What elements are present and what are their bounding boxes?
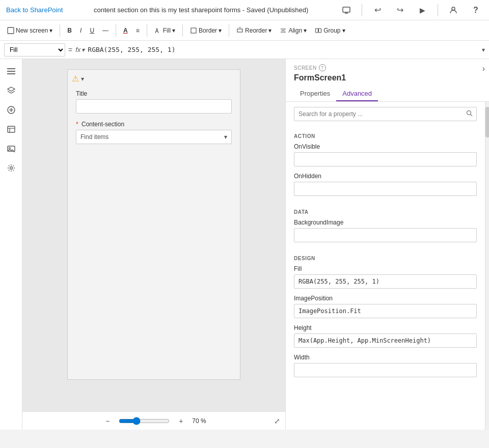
canvas-area: ⚠ ▾ Title * Content-section Find items ▾… [22,59,285,430]
fill-input[interactable] [294,274,477,289]
property-search-input[interactable] [294,107,477,121]
zoom-minus-btn[interactable]: − [101,415,114,427]
panel-screen-label: SCREEN ? [294,64,481,71]
tab-properties[interactable]: Properties [294,87,336,101]
back-to-sharepoint-link[interactable]: Back to SharePoint [6,6,63,14]
formula-chevron: ▾ [482,46,485,53]
expand-btn[interactable]: ⤢ [274,417,280,425]
fill-label: Fill [294,265,477,272]
panel-tabs: Properties Advanced [294,87,481,101]
imageposition-input[interactable] [294,304,477,318]
app-title: content section on this is my test share… [67,6,335,14]
panel-collapse-btn[interactable]: › [482,64,485,73]
sidebar-layers-icon[interactable] [3,82,19,99]
sidebar-menu-icon[interactable] [3,63,19,79]
onvisible-label: OnVisible [294,143,477,150]
backgroundimage-input[interactable] [294,228,477,242]
canvas-frame[interactable]: ⚠ ▾ Title * Content-section Find items ▾ [67,69,240,380]
right-panel-scrollbar[interactable] [485,102,489,430]
top-bar: Back to SharePoint content section on th… [0,0,489,20]
formula-bar: Fill = fx ▾ ▾ [0,41,489,59]
backgroundimage-label: BackgroundImage [294,219,477,226]
italic-btn[interactable]: I [77,25,85,36]
panel-scroll-content: ACTION OnVisible OnHidden DATA Backgroun… [286,102,485,430]
tab-advanced[interactable]: Advanced [336,87,378,101]
svg-point-1 [452,7,455,10]
sep5 [229,24,229,37]
width-input[interactable] [294,363,477,377]
user-btn[interactable] [446,3,460,17]
sep3 [147,24,147,37]
sidebar-media-icon[interactable] [3,141,19,157]
section-data-label: DATA [294,209,477,215]
fill-chevron: ▾ [172,27,175,34]
group-chevron: ▾ [342,27,345,34]
toolbar: New screen ▾ B I U — A ≡ Fill ▾ Border ▾… [0,20,489,41]
formula-input[interactable] [88,43,479,57]
panel-header: SCREEN ? FormScreen1 Properties Advanced… [286,59,489,102]
property-select[interactable]: Fill [4,43,65,57]
reorder-btn[interactable]: Reorder ▾ [233,25,275,36]
underline-btn[interactable]: U [87,25,97,36]
equals-sign: = [68,46,72,54]
svg-rect-3 [191,28,196,33]
undo-btn[interactable]: ↩ [370,3,385,17]
new-screen-btn[interactable]: New screen ▾ [4,25,56,36]
new-screen-label: New screen [16,27,48,34]
width-label: Width [294,354,477,361]
svg-rect-9 [319,29,321,33]
monitor-icon-btn[interactable] [339,3,354,17]
strikethrough-btn[interactable]: — [99,25,112,36]
zoom-level: 70 % [192,417,206,425]
dropdown-arrow-icon: ▾ [224,133,227,141]
onvisible-input[interactable] [294,152,477,166]
content-section-label: * Content-section [76,121,232,128]
fill-btn[interactable]: Fill ▾ [151,25,178,36]
zoom-slider[interactable] [119,417,170,425]
sidebar-settings-icon[interactable] [3,160,19,176]
fx-label: fx ▾ [75,46,85,53]
scrollbar-thumb [485,107,489,137]
imageposition-label: ImagePosition [294,295,477,302]
redo-btn[interactable]: ↪ [393,3,407,17]
toolbar-divider-2 [438,4,438,16]
svg-line-23 [471,115,473,117]
height-label: Height [294,324,477,331]
toolbar-divider-1 [362,4,362,16]
align2-chevron: ▾ [304,27,307,34]
top-bar-actions: ↩ ↪ ▶ ? [339,3,483,17]
svg-point-20 [9,148,10,149]
svg-point-22 [467,111,471,115]
help-btn[interactable]: ? [469,3,483,17]
svg-rect-16 [8,126,15,132]
zoom-plus-btn[interactable]: + [175,415,187,427]
properties-container: ACTION OnVisible OnHidden DATA Backgroun… [286,133,485,391]
svg-point-21 [10,167,12,170]
sidebar-data-icon[interactable] [3,121,19,137]
warning-chevron[interactable]: ▾ [81,75,84,82]
reorder-chevron: ▾ [268,27,271,34]
play-btn[interactable]: ▶ [415,3,429,17]
onhidden-label: OnHidden [294,173,477,180]
title-label: Title [76,90,232,97]
main-area: ⚠ ▾ Title * Content-section Find items ▾… [0,59,489,430]
align-btn[interactable]: ≡ [133,25,143,36]
group-btn[interactable]: Group ▾ [312,25,348,36]
svg-rect-0 [343,7,350,12]
section-action-label: ACTION [294,133,477,139]
new-screen-chevron: ▾ [49,27,52,34]
border-btn[interactable]: Border ▾ [187,25,225,36]
left-sidebar [0,59,22,430]
title-input[interactable] [76,99,232,114]
bold-btn[interactable]: B [64,25,75,36]
font-color-btn[interactable]: A [120,25,131,36]
content-section-dropdown[interactable]: Find items ▾ [76,130,232,144]
height-input[interactable] [294,333,477,348]
form-content: Title * Content-section Find items ▾ [68,80,240,154]
align2-btn[interactable]: Align ▾ [277,25,310,36]
sidebar-add-icon[interactable] [3,102,19,118]
panel-screen-name: FormScreen1 [294,73,481,82]
info-icon[interactable]: ? [319,64,326,71]
onhidden-input[interactable] [294,182,477,196]
dropdown-placeholder: Find items [80,133,108,141]
